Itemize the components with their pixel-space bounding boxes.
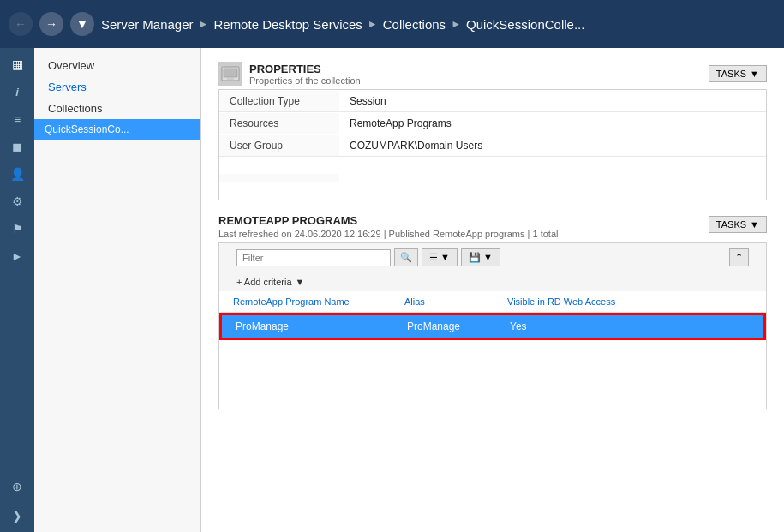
remoteapp-section: REMOTEAPP PROGRAMS Last refreshed on 24.… [201, 214, 784, 409]
prop-val-0: Session [339, 91, 397, 111]
gear-icon[interactable]: ⚙ [2, 188, 33, 214]
sep-1: ► [199, 18, 209, 30]
add-criteria-chevron: ▼ [296, 277, 305, 287]
props-row-resources: Resources RemoteApp Programs [219, 112, 766, 134]
list-icon[interactable]: ≡ [2, 106, 33, 132]
nav-overview[interactable]: Overview [34, 55, 200, 76]
nav-servers[interactable]: Servers [34, 76, 200, 98]
info-icon[interactable]: i [2, 79, 33, 105]
properties-tasks-label: TASKS [716, 69, 746, 79]
remoteapp-tasks-button[interactable]: TASKS ▼ [709, 216, 767, 233]
cell-name-0: ProManage [236, 320, 407, 332]
svg-rect-1 [224, 69, 237, 77]
filter-list-button[interactable]: ☰ ▼ [422, 248, 458, 266]
prop-key-empty [219, 174, 339, 182]
prop-val-1: RemoteApp Programs [339, 113, 462, 134]
cell-visible-0: Yes [510, 320, 750, 332]
properties-title-group: PROPERTIES Properties of the collection [249, 63, 361, 86]
server-icon[interactable]: ◼ [2, 134, 33, 159]
filter-save-button[interactable]: 💾 ▼ [461, 248, 500, 266]
breadcrumb-1[interactable]: Server Manager [101, 17, 194, 32]
breadcrumb-2[interactable]: Remote Desktop Services [213, 17, 362, 32]
back-button[interactable]: ← [9, 12, 33, 36]
remoteapp-table: RemoteApp Program Name Alias Visible in … [218, 291, 767, 409]
cell-alias-0: ProManage [407, 320, 510, 332]
expand-icon[interactable]: ❯ [2, 503, 33, 529]
svg-rect-2 [227, 78, 234, 80]
nav-collections[interactable]: Collections [34, 98, 200, 119]
col-header-visible[interactable]: Visible in RD Web Access [500, 295, 759, 308]
main-layout: ▦ i ≡ ◼ 👤 ⚙ ⚑ ► ⊕ ❯ Overview Servers Col… [0, 48, 784, 532]
breadcrumb-4[interactable]: QuickSessionColle... [466, 17, 584, 32]
globe-icon[interactable]: ⊕ [2, 474, 33, 499]
remoteapp-header-row: REMOTEAPP PROGRAMS Last refreshed on 24.… [218, 214, 767, 239]
title-bar: ← → ▼ Server Manager ► Remote Desktop Se… [0, 0, 784, 48]
table-empty-area [219, 340, 766, 409]
sidebar-icons: ▦ i ≡ ◼ 👤 ⚙ ⚑ ► ⊕ ❯ [0, 48, 34, 532]
nav-panel: Overview Servers Collections QuickSessio… [34, 48, 201, 532]
nav-quicksession[interactable]: QuickSessionCo... [34, 119, 200, 140]
properties-header: PROPERTIES Properties of the collection … [218, 62, 767, 86]
menu-button[interactable]: ▼ [70, 12, 94, 36]
props-row-usergroup: User Group COZUMPARK\Domain Users [219, 134, 766, 157]
remoteapp-tasks-label: TASKS [716, 219, 746, 230]
remoteapp-tasks-chevron: ▼ [750, 219, 759, 230]
table-header: RemoteApp Program Name Alias Visible in … [219, 291, 766, 313]
properties-tasks-chevron: ▼ [750, 69, 759, 79]
properties-title: PROPERTIES [249, 63, 361, 75]
collapse-button[interactable]: ⌃ [729, 248, 749, 266]
flag-icon[interactable]: ⚑ [2, 216, 33, 242]
sep-2: ► [368, 18, 378, 30]
properties-tasks-button[interactable]: TASKS ▼ [709, 65, 767, 82]
properties-table: Collection Type Session Resources Remote… [218, 89, 767, 200]
add-criteria-bar: + Add criteria ▼ [218, 272, 767, 291]
prop-key-2: User Group [219, 135, 339, 156]
filter-search-button[interactable]: 🔍 [394, 248, 418, 266]
col-header-name[interactable]: RemoteApp Program Name [226, 295, 398, 308]
table-row[interactable]: ProManage ProManage Yes [219, 313, 766, 340]
remoteapp-title-group: REMOTEAPP PROGRAMS Last refreshed on 24.… [218, 214, 558, 239]
sep-3: ► [451, 18, 461, 30]
forward-button[interactable]: → [39, 12, 63, 36]
breadcrumb: Server Manager ► Remote Desktop Services… [101, 17, 584, 32]
remoteapp-meta: Last refreshed on 24.06.2020 12:16:29 | … [218, 229, 558, 239]
filter-bar: 🔍 ☰ ▼ 💾 ▼ ⌃ [218, 242, 767, 272]
user-icon[interactable]: 👤 [2, 161, 33, 187]
properties-icon [218, 62, 242, 86]
arrow-icon[interactable]: ► [2, 243, 33, 269]
props-row-collection-type: Collection Type Session [219, 90, 766, 112]
prop-key-0: Collection Type [219, 91, 339, 111]
prop-val-2: COZUMPARK\Domain Users [339, 135, 493, 156]
props-row-empty [219, 157, 766, 200]
filter-input[interactable] [236, 249, 391, 266]
remoteapp-title: REMOTEAPP PROGRAMS [218, 214, 558, 227]
prop-key-1: Resources [219, 113, 339, 134]
content-area: PROPERTIES Properties of the collection … [201, 48, 784, 532]
properties-section: PROPERTIES Properties of the collection … [218, 62, 767, 200]
breadcrumb-3[interactable]: Collections [383, 17, 446, 32]
add-criteria-label[interactable]: + Add criteria [236, 277, 292, 287]
col-header-alias[interactable]: Alias [398, 295, 500, 308]
prop-val-empty [339, 174, 360, 182]
dashboard-icon[interactable]: ▦ [2, 51, 33, 77]
properties-subtitle: Properties of the collection [249, 75, 361, 86]
